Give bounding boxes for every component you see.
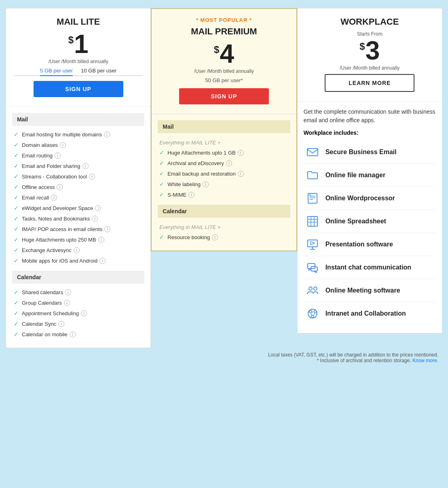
workplace-includes-label: Workplace includes: xyxy=(304,129,436,136)
check-icon: ✓ xyxy=(14,226,19,232)
chat-icon xyxy=(305,260,320,275)
mail-premium-title: MAIL PREMIUM xyxy=(160,26,288,37)
check-icon: ✓ xyxy=(14,331,19,337)
info-icon[interactable]: i xyxy=(57,184,63,190)
list-item: ✓Calendar on mobilei xyxy=(12,329,144,339)
mail-premium-features: Mail Everything in MAIL LITE + ✓Huge Att… xyxy=(152,114,296,250)
svg-rect-6 xyxy=(308,216,317,226)
info-icon[interactable]: i xyxy=(226,160,232,166)
check-icon: ✓ xyxy=(14,320,19,327)
info-icon[interactable]: i xyxy=(238,171,244,177)
list-item: ✓Email backup and restorationi xyxy=(158,168,290,179)
mail-lite-price-sub: /User /Month billed annually xyxy=(14,59,142,64)
plan-workplace-header: WORKPLACE Starts From $ 3 /User /Month b… xyxy=(298,8,442,102)
plan-mail-premium: * MOST POPULAR * MAIL PREMIUM $ 4 /User … xyxy=(151,8,297,251)
footer-line2: * Inclusive of archival and retention st… xyxy=(317,358,411,363)
info-icon[interactable]: i xyxy=(99,258,106,264)
check-icon: ✓ xyxy=(14,184,19,190)
info-icon[interactable]: i xyxy=(60,142,66,148)
pricing-table: MAIL LITE $ 1 /User /Month billed annual… xyxy=(6,8,442,348)
check-icon: ✓ xyxy=(14,236,19,243)
svg-rect-11 xyxy=(308,240,317,247)
mail-premium-signup-button[interactable]: SIGN UP xyxy=(179,88,269,104)
workplace-feature-word: W Online Wordprocessor xyxy=(304,187,436,210)
plan-workplace: WORKPLACE Starts From $ 3 /User /Month b… xyxy=(297,8,442,333)
meeting-icon xyxy=(305,283,320,298)
plan-mail-lite-header: MAIL LITE $ 1 /User /Month billed annual… xyxy=(6,8,150,107)
workplace-title: WORKPLACE xyxy=(306,17,434,27)
info-icon[interactable]: i xyxy=(58,321,64,327)
check-icon: ✓ xyxy=(14,247,19,253)
svg-text:W: W xyxy=(309,194,311,196)
list-item: ✓Exchange Activesynci xyxy=(12,245,144,255)
check-icon: ✓ xyxy=(14,142,19,148)
svg-line-25 xyxy=(313,313,315,316)
info-icon[interactable]: i xyxy=(51,195,57,201)
workplace-files-label: Online file manager xyxy=(325,172,385,179)
info-icon[interactable]: i xyxy=(212,234,218,240)
info-icon[interactable]: i xyxy=(92,216,98,222)
svg-point-18 xyxy=(314,287,317,290)
info-icon[interactable]: i xyxy=(238,150,244,156)
know-more-link[interactable]: Know more. xyxy=(412,358,438,363)
svg-point-17 xyxy=(309,287,312,290)
workplace-chat-label: Instant chat communication xyxy=(325,264,411,271)
workplace-email-label: Secure Business Email xyxy=(325,149,397,156)
plan-mail-lite: MAIL LITE $ 1 /User /Month billed annual… xyxy=(6,8,151,348)
mail-lite-price: 1 xyxy=(74,31,89,57)
check-icon: ✓ xyxy=(14,194,19,201)
mail-lite-price-row: $ 1 xyxy=(14,31,142,57)
info-icon[interactable]: i xyxy=(64,300,70,306)
workplace-features: Get the complete communication suite wit… xyxy=(298,102,442,333)
list-item: ✓Huge Attachments upto 250 MBi xyxy=(12,234,144,245)
info-icon[interactable]: i xyxy=(89,174,95,180)
workplace-dollar: $ xyxy=(359,41,365,52)
presentation-icon xyxy=(305,237,320,252)
workplace-intranet-label: Intranet and Collaboration xyxy=(325,310,406,317)
mail-premium-dollar: $ xyxy=(214,44,219,55)
info-icon[interactable]: i xyxy=(74,247,80,253)
check-icon: ✓ xyxy=(159,234,164,240)
workplace-feature-spreadsheet: Online Spreadsheet xyxy=(304,210,436,233)
list-item: ✓Mobile apps for iOS and Androidi xyxy=(12,255,144,266)
check-icon: ✓ xyxy=(14,152,19,159)
list-item: ✓Tasks, Notes and Bookmarksi xyxy=(12,213,144,224)
check-icon: ✓ xyxy=(14,310,19,316)
svg-point-20 xyxy=(309,310,312,313)
info-icon[interactable]: i xyxy=(98,237,104,243)
check-icon: ✓ xyxy=(159,191,164,198)
info-icon[interactable]: i xyxy=(104,226,110,232)
check-icon: ✓ xyxy=(14,289,19,295)
info-icon[interactable]: i xyxy=(104,132,110,138)
list-item: ✓Email hosting for multiple domainsi xyxy=(12,129,144,140)
info-icon[interactable]: i xyxy=(70,331,76,337)
workplace-learn-more-button[interactable]: LEARN MORE xyxy=(325,74,414,92)
list-item: ✓Huge Attachments upto 1 GBi xyxy=(158,147,290,158)
list-item: ✓Email routingi xyxy=(12,150,144,161)
check-icon: ✓ xyxy=(14,205,19,211)
check-icon: ✓ xyxy=(159,170,164,177)
list-item: ✓Group Calendarsi xyxy=(12,297,144,308)
everything-note-mail: Everything in MAIL LITE + xyxy=(158,136,290,147)
workplace-feature-intranet: Intranet and Collaboration xyxy=(304,302,436,325)
info-icon[interactable]: i xyxy=(82,163,89,169)
info-icon[interactable]: i xyxy=(95,205,101,211)
workplace-price-sub: /User /Month billed annually xyxy=(306,65,434,71)
list-item: ✓Calendar Synci xyxy=(12,318,144,329)
spreadsheet-icon xyxy=(305,214,320,229)
mail-lite-dollar: $ xyxy=(68,34,74,46)
calendar-section-header: Calendar xyxy=(12,271,144,284)
list-item: ✓Archival and eDiscoveryi xyxy=(158,158,290,168)
info-icon[interactable]: i xyxy=(55,153,61,159)
info-icon[interactable]: i xyxy=(203,181,209,187)
storage-tab-10gb[interactable]: 10 GB per user xyxy=(81,68,116,76)
info-icon[interactable]: i xyxy=(188,192,194,198)
info-icon[interactable]: i xyxy=(65,289,71,295)
mail-lite-features: Mail ✓Email hosting for multiple domains… xyxy=(6,107,150,348)
list-item: ✓IMAP/ POP access in email clientsi xyxy=(12,224,144,234)
info-icon[interactable]: i xyxy=(81,310,87,316)
storage-tab-5gb[interactable]: 5 GB per user xyxy=(40,68,73,76)
everything-note-calendar: Everything in MAIL LITE + xyxy=(158,221,290,232)
workplace-spreadsheet-label: Online Spreadsheet xyxy=(325,218,386,225)
mail-lite-signup-button[interactable]: SIGN UP xyxy=(34,81,123,97)
